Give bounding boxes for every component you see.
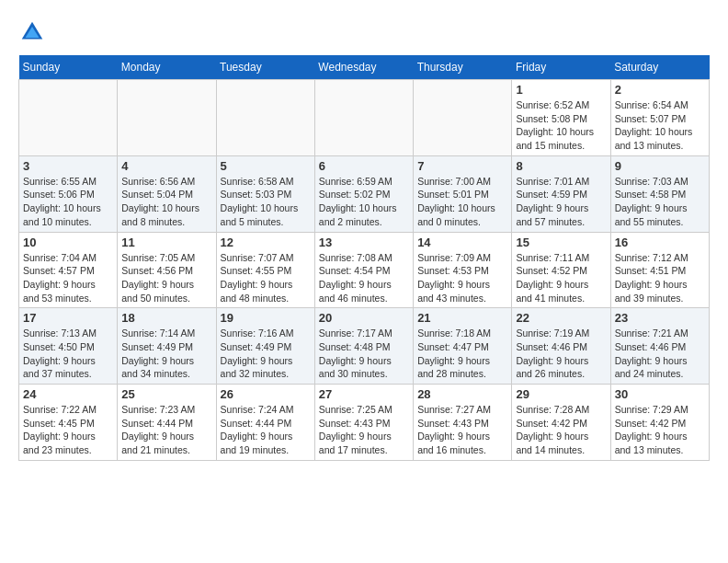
- calendar-day: 5Sunrise: 6:58 AM Sunset: 5:03 PM Daylig…: [216, 155, 314, 232]
- calendar-day: 12Sunrise: 7:07 AM Sunset: 4:55 PM Dayli…: [216, 232, 314, 308]
- calendar-day: 29Sunrise: 7:28 AM Sunset: 4:42 PM Dayli…: [512, 385, 610, 461]
- day-info: Sunrise: 6:56 AM Sunset: 5:04 PM Dayligh…: [121, 175, 211, 229]
- day-header-wednesday: Wednesday: [314, 55, 413, 80]
- calendar-day: [19, 80, 118, 156]
- calendar-day: 24Sunrise: 7:22 AM Sunset: 4:45 PM Dayli…: [19, 385, 118, 461]
- day-info: Sunrise: 7:17 AM Sunset: 4:48 PM Dayligh…: [319, 327, 409, 381]
- day-header-thursday: Thursday: [414, 55, 512, 80]
- day-info: Sunrise: 7:00 AM Sunset: 5:01 PM Dayligh…: [417, 175, 507, 229]
- day-number: 4: [121, 159, 211, 173]
- day-info: Sunrise: 6:52 AM Sunset: 5:08 PM Dayligh…: [516, 98, 606, 153]
- calendar-day: 28Sunrise: 7:27 AM Sunset: 4:43 PM Dayli…: [414, 385, 512, 461]
- day-number: 13: [319, 236, 409, 249]
- day-number: 29: [516, 387, 606, 401]
- day-number: 1: [516, 83, 606, 97]
- day-header-sunday: Sunday: [19, 55, 118, 80]
- day-info: Sunrise: 7:08 AM Sunset: 4:54 PM Dayligh…: [319, 251, 409, 305]
- calendar-week-3: 10Sunrise: 7:04 AM Sunset: 4:57 PM Dayli…: [19, 232, 710, 308]
- day-number: 18: [121, 311, 211, 325]
- logo: [18, 18, 50, 46]
- day-number: 20: [319, 311, 409, 325]
- calendar-table: SundayMondayTuesdayWednesdayThursdayFrid…: [18, 55, 710, 461]
- calendar-day: 14Sunrise: 7:09 AM Sunset: 4:53 PM Dayli…: [414, 232, 512, 308]
- calendar-day: 4Sunrise: 6:56 AM Sunset: 5:04 PM Daylig…: [118, 155, 216, 232]
- day-header-tuesday: Tuesday: [216, 55, 314, 80]
- calendar-day: 21Sunrise: 7:18 AM Sunset: 4:47 PM Dayli…: [414, 308, 512, 385]
- calendar-day: 30Sunrise: 7:29 AM Sunset: 4:42 PM Dayli…: [610, 385, 709, 461]
- day-number: 9: [615, 159, 705, 173]
- day-header-friday: Friday: [512, 55, 610, 80]
- day-info: Sunrise: 7:03 AM Sunset: 4:58 PM Dayligh…: [615, 175, 705, 229]
- day-number: 8: [516, 159, 606, 173]
- calendar-day: 17Sunrise: 7:13 AM Sunset: 4:50 PM Dayli…: [19, 308, 118, 385]
- calendar-day: 2Sunrise: 6:54 AM Sunset: 5:07 PM Daylig…: [610, 80, 709, 156]
- calendar-day: 7Sunrise: 7:00 AM Sunset: 5:01 PM Daylig…: [414, 155, 512, 232]
- day-number: 6: [319, 159, 409, 173]
- day-info: Sunrise: 7:28 AM Sunset: 4:42 PM Dayligh…: [516, 403, 606, 457]
- day-info: Sunrise: 7:14 AM Sunset: 4:49 PM Dayligh…: [121, 327, 211, 381]
- day-info: Sunrise: 6:54 AM Sunset: 5:07 PM Dayligh…: [615, 98, 705, 153]
- day-info: Sunrise: 7:27 AM Sunset: 4:43 PM Dayligh…: [417, 403, 507, 457]
- calendar-week-1: 1Sunrise: 6:52 AM Sunset: 5:08 PM Daylig…: [19, 80, 710, 156]
- day-number: 11: [121, 236, 211, 249]
- calendar-day: 11Sunrise: 7:05 AM Sunset: 4:56 PM Dayli…: [118, 232, 216, 308]
- calendar-day: 8Sunrise: 7:01 AM Sunset: 4:59 PM Daylig…: [512, 155, 610, 232]
- calendar-day: 16Sunrise: 7:12 AM Sunset: 4:51 PM Dayli…: [610, 232, 709, 308]
- calendar-day: 26Sunrise: 7:24 AM Sunset: 4:44 PM Dayli…: [216, 385, 314, 461]
- day-header-saturday: Saturday: [610, 55, 709, 80]
- logo-icon: [18, 18, 46, 46]
- day-number: 27: [319, 387, 409, 401]
- day-info: Sunrise: 7:21 AM Sunset: 4:46 PM Dayligh…: [615, 327, 705, 381]
- day-info: Sunrise: 7:29 AM Sunset: 4:42 PM Dayligh…: [615, 403, 705, 457]
- day-info: Sunrise: 7:05 AM Sunset: 4:56 PM Dayligh…: [121, 251, 211, 305]
- day-info: Sunrise: 7:25 AM Sunset: 4:43 PM Dayligh…: [319, 403, 409, 457]
- day-info: Sunrise: 6:58 AM Sunset: 5:03 PM Dayligh…: [221, 175, 311, 229]
- day-number: 3: [23, 159, 113, 173]
- day-info: Sunrise: 7:13 AM Sunset: 4:50 PM Dayligh…: [23, 327, 113, 381]
- day-info: Sunrise: 6:55 AM Sunset: 5:06 PM Dayligh…: [23, 175, 113, 229]
- day-info: Sunrise: 7:01 AM Sunset: 4:59 PM Dayligh…: [516, 175, 606, 229]
- day-number: 21: [417, 311, 507, 325]
- calendar-day: 1Sunrise: 6:52 AM Sunset: 5:08 PM Daylig…: [512, 80, 610, 156]
- day-info: Sunrise: 7:07 AM Sunset: 4:55 PM Dayligh…: [221, 251, 311, 305]
- calendar-day: 18Sunrise: 7:14 AM Sunset: 4:49 PM Dayli…: [118, 308, 216, 385]
- day-number: 23: [615, 311, 705, 325]
- calendar-day: 15Sunrise: 7:11 AM Sunset: 4:52 PM Dayli…: [512, 232, 610, 308]
- day-info: Sunrise: 7:11 AM Sunset: 4:52 PM Dayligh…: [516, 251, 606, 305]
- day-number: 7: [417, 159, 507, 173]
- day-info: Sunrise: 7:09 AM Sunset: 4:53 PM Dayligh…: [417, 251, 507, 305]
- calendar-day: 10Sunrise: 7:04 AM Sunset: 4:57 PM Dayli…: [19, 232, 118, 308]
- day-info: Sunrise: 7:04 AM Sunset: 4:57 PM Dayligh…: [23, 251, 113, 305]
- calendar-header-row: SundayMondayTuesdayWednesdayThursdayFrid…: [19, 55, 710, 80]
- calendar-day: [216, 80, 314, 156]
- calendar-day: 22Sunrise: 7:19 AM Sunset: 4:46 PM Dayli…: [512, 308, 610, 385]
- day-info: Sunrise: 7:18 AM Sunset: 4:47 PM Dayligh…: [417, 327, 507, 381]
- day-number: 26: [221, 387, 311, 401]
- day-number: 22: [516, 311, 606, 325]
- calendar-day: 6Sunrise: 6:59 AM Sunset: 5:02 PM Daylig…: [314, 155, 413, 232]
- day-info: Sunrise: 6:59 AM Sunset: 5:02 PM Dayligh…: [319, 175, 409, 229]
- day-number: 2: [615, 83, 705, 97]
- day-info: Sunrise: 7:19 AM Sunset: 4:46 PM Dayligh…: [516, 327, 606, 381]
- calendar-week-5: 24Sunrise: 7:22 AM Sunset: 4:45 PM Dayli…: [19, 385, 710, 461]
- calendar-day: 9Sunrise: 7:03 AM Sunset: 4:58 PM Daylig…: [610, 155, 709, 232]
- day-number: 19: [221, 311, 311, 325]
- calendar-day: [414, 80, 512, 156]
- day-info: Sunrise: 7:23 AM Sunset: 4:44 PM Dayligh…: [121, 403, 211, 457]
- calendar-day: 3Sunrise: 6:55 AM Sunset: 5:06 PM Daylig…: [19, 155, 118, 232]
- calendar-day: [314, 80, 413, 156]
- day-info: Sunrise: 7:16 AM Sunset: 4:49 PM Dayligh…: [221, 327, 311, 381]
- day-number: 15: [516, 236, 606, 249]
- calendar-day: 23Sunrise: 7:21 AM Sunset: 4:46 PM Dayli…: [610, 308, 709, 385]
- calendar-day: [118, 80, 216, 156]
- calendar-day: 19Sunrise: 7:16 AM Sunset: 4:49 PM Dayli…: [216, 308, 314, 385]
- day-number: 10: [23, 236, 113, 249]
- day-number: 5: [221, 159, 311, 173]
- day-header-monday: Monday: [118, 55, 216, 80]
- day-number: 17: [23, 311, 113, 325]
- day-number: 14: [417, 236, 507, 249]
- day-info: Sunrise: 7:22 AM Sunset: 4:45 PM Dayligh…: [23, 403, 113, 457]
- day-number: 25: [121, 387, 211, 401]
- calendar-day: 20Sunrise: 7:17 AM Sunset: 4:48 PM Dayli…: [314, 308, 413, 385]
- calendar-week-4: 17Sunrise: 7:13 AM Sunset: 4:50 PM Dayli…: [19, 308, 710, 385]
